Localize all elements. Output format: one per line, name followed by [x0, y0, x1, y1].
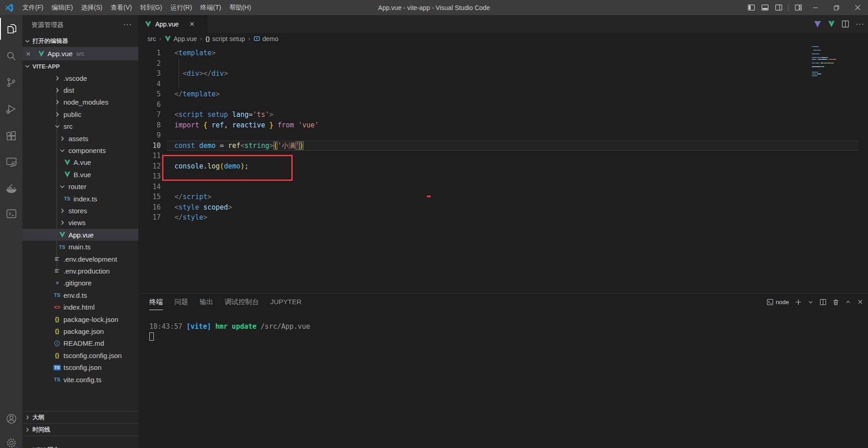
code-line-10[interactable]: 10const demo = ref<string>('小满'): [138, 141, 868, 151]
breadcrumb-item-3[interactable]: demo: [253, 35, 279, 42]
menu-S[interactable]: 选择(S): [77, 0, 107, 15]
panel-tab-1[interactable]: 问题: [174, 294, 188, 310]
tree-item-App.vue[interactable]: App.vue: [22, 229, 138, 241]
menu-R[interactable]: 运行(R): [166, 0, 196, 15]
tree-item-views[interactable]: views: [22, 217, 138, 229]
close-panel-icon[interactable]: [857, 299, 863, 305]
panel-tab-3[interactable]: 调试控制台: [225, 294, 259, 310]
breadcrumb-item-1[interactable]: App.vue: [164, 35, 197, 42]
tree-item-A.vue[interactable]: A.vue: [22, 157, 138, 169]
tree-item-.gitignore[interactable]: .gitignore: [22, 277, 138, 289]
tree-item-label: views: [68, 219, 86, 227]
code-line-2[interactable]: 2: [138, 58, 868, 69]
close-tab-icon[interactable]: [189, 21, 195, 27]
account-icon[interactable]: [0, 408, 22, 430]
menu-V[interactable]: 查看(V): [106, 0, 136, 15]
tree-item-.vscode[interactable]: .vscode: [22, 72, 138, 84]
npm-scripts-section[interactable]: NPM 脚本: [22, 436, 138, 448]
code-line-14[interactable]: 14: [138, 182, 868, 192]
code-line-7[interactable]: 7<script setup lang='ts'>: [138, 110, 868, 120]
terminal-dropdown-icon[interactable]: [808, 299, 814, 305]
toggle-secondary-sidebar-icon[interactable]: [772, 0, 785, 15]
code-line-5[interactable]: 5</template>: [138, 89, 868, 100]
outline-section[interactable]: 大纲: [22, 411, 138, 423]
code-editor[interactable]: 1<template>23 <div></div>45</template>67…: [138, 44, 868, 293]
source-control-icon[interactable]: [0, 71, 22, 93]
tree-item-tsconfig.json[interactable]: TStsconfig.json: [22, 362, 138, 374]
code-line-3[interactable]: 3 <div></div>: [138, 69, 868, 79]
tree-item-.env.development[interactable]: .env.development: [22, 253, 138, 265]
tree-item-vite.config.ts[interactable]: TSvite.config.ts: [22, 374, 138, 385]
tree-item-tsconfig.config.json[interactable]: {}tsconfig.config.json: [22, 349, 138, 361]
panel-tab-2[interactable]: 输出: [200, 294, 213, 310]
tree-item-env.d.ts[interactable]: TSenv.d.ts: [22, 289, 138, 301]
tree-item-components[interactable]: components: [22, 144, 138, 156]
open-editor-item[interactable]: App.vue src: [22, 47, 138, 60]
explorer-more-actions-icon[interactable]: ···: [123, 21, 132, 29]
explorer-icon[interactable]: [0, 18, 22, 40]
code-line-4[interactable]: 4: [138, 79, 868, 90]
menu-F[interactable]: 文件(F): [18, 0, 47, 15]
terminal-output[interactable]: 18:43:57 [vite] hmr update /src/App.vue: [149, 322, 859, 341]
code-line-1[interactable]: 1<template>: [138, 48, 868, 58]
toggle-sidebar-icon[interactable]: [744, 0, 758, 15]
restore-button[interactable]: [826, 0, 847, 15]
customize-layout-icon[interactable]: [791, 0, 805, 15]
tab-app-vue[interactable]: App.vue: [138, 15, 208, 33]
tree-item-index.html[interactable]: <>index.html: [22, 301, 138, 313]
close-window-button[interactable]: [847, 0, 868, 15]
close-editor-icon[interactable]: [25, 51, 32, 57]
code-line-6[interactable]: 6: [138, 100, 868, 110]
toggle-panel-icon[interactable]: [758, 0, 772, 15]
tree-item-src[interactable]: src: [22, 121, 138, 132]
panel-tab-0[interactable]: 终端: [149, 294, 163, 310]
menu-T[interactable]: 终端(T): [196, 0, 226, 15]
vue-inspector-icon[interactable]: [828, 21, 835, 27]
maximize-panel-icon[interactable]: [845, 299, 851, 305]
search-icon[interactable]: [0, 45, 22, 67]
minimap[interactable]: [812, 46, 859, 77]
code-line-15[interactable]: 15</script>: [138, 192, 868, 202]
remote-explorer-icon[interactable]: [0, 151, 22, 173]
tree-item-public[interactable]: public: [22, 108, 138, 120]
code-line-8[interactable]: 8import { ref, reactive } from 'vue': [138, 120, 868, 131]
tree-item-nodemodules[interactable]: node_modules: [22, 96, 138, 108]
tree-item-B.vue[interactable]: B.vue: [22, 169, 138, 180]
tree-item-router[interactable]: router: [22, 181, 138, 193]
settings-icon[interactable]: [0, 432, 22, 448]
tree-item-README.md[interactable]: README.md: [22, 337, 138, 349]
tree-item-assets[interactable]: assets: [22, 132, 138, 144]
kill-terminal-icon[interactable]: [832, 299, 839, 306]
code-line-17[interactable]: 17</style>: [138, 212, 868, 223]
tree-item-package-lock.json[interactable]: {}package-lock.json: [22, 313, 138, 325]
tree-item-package.json[interactable]: {}package.json: [22, 325, 138, 337]
minimize-button[interactable]: [805, 0, 826, 15]
new-terminal-icon[interactable]: [795, 299, 802, 306]
menu-H[interactable]: 帮助(H): [225, 0, 255, 15]
docker-icon[interactable]: [0, 177, 22, 199]
volar-icon[interactable]: [814, 21, 821, 28]
code-line-9[interactable]: 9: [138, 130, 868, 141]
tree-item-index.ts[interactable]: TSindex.ts: [22, 193, 138, 205]
tree-item-.env.production[interactable]: .env.production: [22, 265, 138, 277]
terminal-view-icon[interactable]: [0, 203, 22, 225]
vscode-window: 文件(F)编辑(E)选择(S)查看(V)转到(G)运行(R)终端(T)帮助(H)…: [0, 0, 868, 448]
menu-E[interactable]: 编辑(E): [47, 0, 77, 15]
tree-item-dist[interactable]: dist: [22, 84, 138, 96]
breadcrumb-item-2[interactable]: {}script setup: [205, 35, 245, 42]
terminal-shell-item[interactable]: node: [767, 299, 789, 306]
tree-item-stores[interactable]: stores: [22, 205, 138, 216]
more-actions-icon[interactable]: ···: [856, 20, 864, 28]
run-debug-icon[interactable]: [0, 98, 22, 120]
split-editor-icon[interactable]: [842, 20, 849, 28]
tree-item-main.ts[interactable]: TSmain.ts: [22, 241, 138, 253]
breadcrumb-item-0[interactable]: src: [147, 35, 156, 42]
menu-G[interactable]: 转到(G): [136, 0, 166, 15]
panel-tab-4[interactable]: JUPYTER: [270, 294, 301, 310]
open-editors-header[interactable]: 打开的编辑器: [22, 35, 138, 47]
code-line-16[interactable]: 16<style scoped>: [138, 202, 868, 213]
timeline-section[interactable]: 时间线: [22, 423, 138, 436]
split-terminal-icon[interactable]: [820, 299, 826, 306]
workspace-root-header[interactable]: VITE-APP: [22, 60, 138, 72]
extensions-icon[interactable]: [0, 125, 22, 147]
